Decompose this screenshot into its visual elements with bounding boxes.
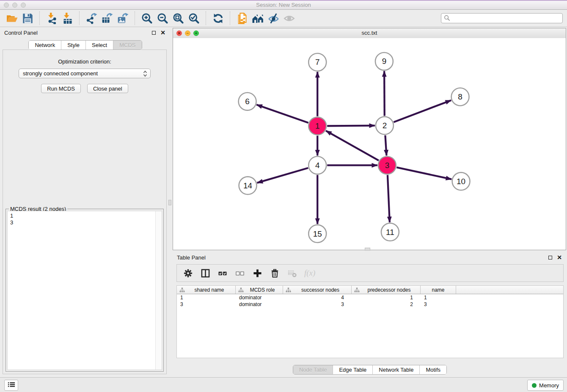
open-session-button[interactable] [4,11,20,25]
graph-node-9[interactable]: 9 [375,52,393,70]
result-scrollbar[interactable] [155,211,162,370]
table-cell: 3 [177,301,236,308]
graph-edge-2-3[interactable] [385,135,386,156]
panels-list-button[interactable] [4,380,18,391]
graph-edge-2-9[interactable] [384,71,385,116]
zoom-in-icon [141,13,153,24]
svg-text:9: 9 [382,57,387,66]
table-row[interactable]: 1dominator411 [177,294,563,301]
zoom-selected-button[interactable] [186,11,202,25]
window-title: Session: New Session [0,1,567,9]
graph-node-6[interactable]: 6 [239,93,256,110]
add-column-button[interactable] [252,268,262,278]
column-header-successor-nodes[interactable]: successor nodes [283,286,352,294]
graph-edge-3-11[interactable] [388,175,390,222]
export-network-button[interactable] [84,11,99,25]
column-header-mcds-role[interactable]: MCDS role [236,286,283,294]
graph-node-3[interactable]: 3 [378,156,396,174]
graph-node-14[interactable]: 14 [239,177,257,194]
memory-button[interactable]: Memory [527,380,564,391]
import-table-button[interactable] [60,11,75,25]
control-panel-tab-select[interactable]: Select [86,41,113,50]
table-panel-tab-motifs[interactable]: Motifs [420,365,446,374]
graph-edge-3-1[interactable] [326,131,379,160]
graph-edge-1-6[interactable] [256,105,308,123]
hide-selected-button[interactable] [266,11,281,25]
control-panel-tab-network[interactable]: Network [29,41,61,50]
graph-edge-4-14[interactable] [257,168,308,183]
optimization-criterion-label: Optimization criterion: [3,58,166,65]
new-network-from-selection-icon [237,13,248,24]
show-all-button[interactable] [281,11,297,25]
close-panel-icon[interactable]: ✕ [160,30,165,35]
table-cell: 2 [352,301,421,308]
export-table-button[interactable] [99,11,115,25]
table-cell: 1 [352,294,421,301]
graph-node-2[interactable]: 2 [376,117,394,135]
delete-table-icon [288,269,297,278]
control-panel-tab-mcds[interactable]: MCDS [113,41,141,50]
control-panel: Control Panel ✕ NetworkStyleSelectMCDS O… [0,27,171,378]
graph-edge-1-2[interactable] [327,126,375,126]
network-close-icon[interactable]: ✕ [176,30,182,36]
criterion-select[interactable]: strongly connected component [19,69,151,78]
refresh-button[interactable] [210,11,226,25]
graph-node-11[interactable]: 11 [381,223,399,241]
delete-table-button[interactable] [287,268,297,278]
open-session-icon [6,13,18,24]
search-input[interactable] [441,13,563,23]
toolbar-separator [230,11,231,25]
new-network-from-selection-button[interactable] [234,11,250,25]
graph-edge-3-10[interactable] [396,167,451,179]
graph-edge-2-8[interactable] [394,100,451,122]
import-network-button[interactable] [44,11,60,25]
close-window-button[interactable] [4,3,9,8]
run-mcds-button[interactable]: Run MCDS [41,84,81,93]
view-splitter-handle[interactable] [365,248,370,251]
minimize-window-button[interactable] [12,3,17,8]
graph-node-7[interactable]: 7 [308,53,326,71]
table-row[interactable]: 3dominator323 [177,301,563,308]
float-panel-icon[interactable] [152,31,156,35]
table-panel-tab-node-table[interactable]: Node Table [293,365,333,374]
table-panel-tab-network-table[interactable]: Network Table [373,365,420,374]
zoom-out-button[interactable] [155,11,171,25]
column-header-predecessor-nodes[interactable]: predecessor nodes [352,286,421,294]
table-panel-tab-edge-table[interactable]: Edge Table [333,365,373,374]
graph-node-10[interactable]: 10 [452,172,470,190]
select-all-checkboxes-button[interactable] [217,268,228,278]
function-builder-button[interactable]: f(x) [304,268,315,278]
graph-node-4[interactable]: 4 [308,156,326,174]
float-panel-icon[interactable] [548,256,552,259]
column-header-shared-name[interactable]: shared name [177,286,236,294]
first-neighbors-button[interactable] [250,11,266,25]
graph-node-1[interactable]: 1 [308,117,326,135]
graph-node-8[interactable]: 8 [451,88,469,106]
svg-text:2: 2 [383,121,387,130]
column-view-button[interactable] [200,268,210,278]
export-image-button[interactable] [115,11,131,25]
mcds-result-item: 3 [10,219,159,226]
save-session-button[interactable] [20,11,36,25]
graph-node-15[interactable]: 15 [308,225,326,243]
gear-button[interactable] [183,268,193,278]
table-panel: Table Panel ✕ f(x) shared nameMCDS roles… [173,252,567,377]
panel-splitter-handle[interactable] [168,200,171,205]
zoom-in-button[interactable] [139,11,155,25]
first-neighbors-icon [252,13,264,24]
table-cell: 3 [421,301,456,308]
column-header-name[interactable]: name [421,286,456,294]
zoom-fit-button[interactable] [171,11,186,25]
maximize-window-button[interactable] [21,3,26,8]
network-window-titlebar[interactable]: ✕ − + scc.txt [173,28,566,39]
network-maximize-icon[interactable]: + [193,30,199,36]
control-panel-tab-style[interactable]: Style [61,41,86,50]
deselect-checkboxes-button[interactable] [235,268,245,278]
table-cell: dominator [236,301,283,308]
network-window-title: scc.txt [173,28,566,38]
close-panel-button[interactable]: Close panel [87,84,128,93]
delete-column-button[interactable] [270,268,280,278]
network-canvas[interactable]: 1234678910111415 [173,38,566,250]
network-minimize-icon[interactable]: − [185,30,190,36]
close-panel-icon[interactable]: ✕ [557,255,562,259]
